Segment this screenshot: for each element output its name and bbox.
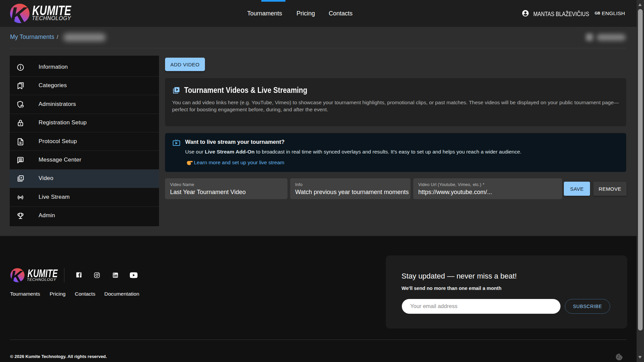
svg-text:K: K <box>11 268 23 282</box>
svg-text:K: K <box>10 4 28 23</box>
